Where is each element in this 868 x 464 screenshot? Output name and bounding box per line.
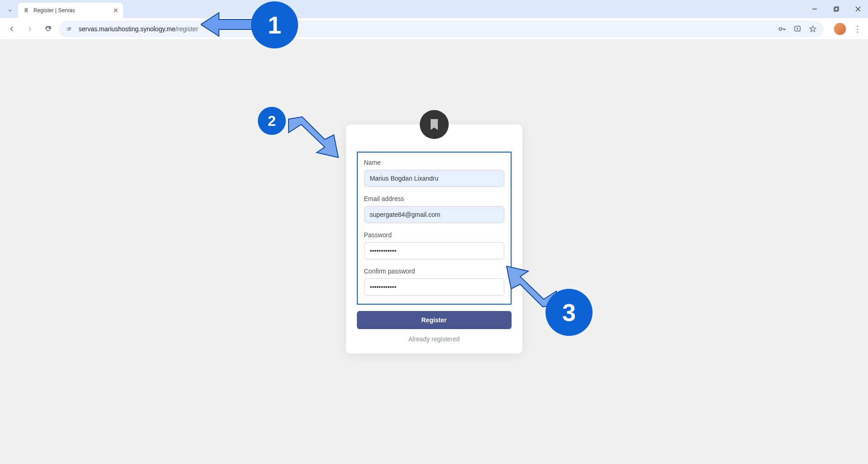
name-label: Name xyxy=(364,159,504,166)
confirm-password-input[interactable] xyxy=(364,278,504,296)
svg-marker-8 xyxy=(201,13,254,36)
install-app-icon[interactable] xyxy=(793,24,802,33)
name-field-group: Name xyxy=(364,159,504,187)
profile-area: ⋮ xyxy=(834,22,863,36)
app-logo xyxy=(420,110,449,139)
password-key-icon[interactable] xyxy=(778,24,787,33)
name-input[interactable] xyxy=(364,170,504,187)
back-button[interactable] xyxy=(5,22,19,36)
browser-tab-strip: Register | Servas ✕ xyxy=(0,0,868,18)
svg-point-4 xyxy=(67,29,68,29)
bookmark-icon xyxy=(427,117,441,132)
svg-point-5 xyxy=(67,29,68,30)
close-window-button[interactable] xyxy=(852,3,864,15)
register-card: Name Email address Password Confirm pass… xyxy=(346,124,522,354)
forward-button[interactable] xyxy=(23,22,37,36)
minimize-button[interactable] xyxy=(808,3,821,15)
annotation-marker-2: 2 xyxy=(258,107,286,135)
maximize-button[interactable] xyxy=(830,3,843,15)
already-registered-link[interactable]: Already registered xyxy=(357,335,512,343)
browser-tab[interactable]: Register | Servas ✕ xyxy=(18,3,123,18)
window-controls xyxy=(808,0,864,18)
confirm-password-label: Confirm password xyxy=(364,268,504,275)
svg-rect-2 xyxy=(835,7,839,10)
svg-point-6 xyxy=(779,28,782,30)
svg-marker-9 xyxy=(289,117,338,158)
svg-rect-1 xyxy=(834,8,838,11)
email-input[interactable] xyxy=(364,206,504,223)
annotation-marker-1: 1 xyxy=(251,1,298,48)
bookmark-star-icon[interactable] xyxy=(808,24,817,33)
password-label: Password xyxy=(364,231,504,239)
annotation-arrow-2 xyxy=(284,115,343,164)
browser-toolbar: servas.mariushosting.synology.me/registe… xyxy=(0,18,868,40)
tab-title: Register | Servas xyxy=(33,7,109,14)
address-bar[interactable]: servas.mariushosting.synology.me/registe… xyxy=(59,21,824,37)
email-label: Email address xyxy=(364,195,504,202)
form-highlight-box: Name Email address Password Confirm pass… xyxy=(357,152,512,305)
page-content: Name Email address Password Confirm pass… xyxy=(0,40,868,464)
password-input[interactable] xyxy=(364,242,504,259)
bookmark-icon xyxy=(23,7,30,14)
chevron-down-icon xyxy=(7,7,13,14)
email-field-group: Email address xyxy=(364,195,504,223)
register-button[interactable]: Register xyxy=(357,311,512,329)
reload-button[interactable] xyxy=(41,22,55,36)
password-field-group: Password xyxy=(364,231,504,259)
annotation-marker-3: 3 xyxy=(545,289,593,336)
site-settings-icon[interactable] xyxy=(65,24,74,33)
confirm-password-field-group: Confirm password xyxy=(364,268,504,296)
close-icon[interactable]: ✕ xyxy=(113,7,119,14)
browser-menu-button[interactable]: ⋮ xyxy=(852,22,863,36)
url-text: servas.mariushosting.synology.me/registe… xyxy=(79,25,198,33)
tab-search-dropdown[interactable] xyxy=(4,3,16,18)
svg-point-3 xyxy=(67,27,68,28)
avatar[interactable] xyxy=(834,23,846,35)
